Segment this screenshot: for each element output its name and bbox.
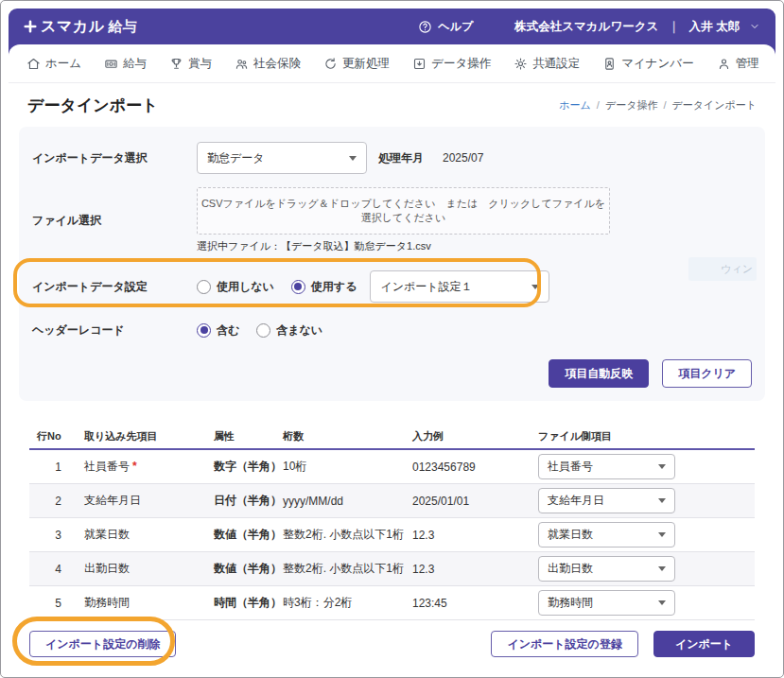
header-record-label: ヘッダーレコード — [32, 322, 197, 339]
radio-option-use[interactable]: 使用する — [291, 279, 357, 295]
app-header: スマカル 給与 ヘルプ 株式会社スマカルワークス ｜ 入井 太郎 — [9, 9, 775, 83]
import-setting-row: インポートデータ設定 使用しない 使用する インポート設定１ — [32, 270, 752, 303]
nav-item-social-insurance[interactable]: 社会保険 — [235, 56, 301, 72]
nav-item-home[interactable]: ホーム — [26, 56, 81, 72]
chevron-down-icon[interactable] — [749, 21, 760, 32]
social-insurance-icon — [235, 57, 249, 71]
target-item: 支給年月日 — [61, 493, 214, 509]
import-setting-select-value: インポート設定１ — [380, 279, 472, 295]
logo-brand-text: スマカル — [41, 17, 105, 37]
radio-option-exclude[interactable]: 含まない — [256, 322, 322, 339]
file-item-select[interactable]: 就業日数 — [538, 522, 675, 548]
csv-dropzone[interactable]: CSVファイルをドラッグ＆ドロップしてください または クリックしてファイルを選… — [197, 187, 610, 235]
header-divider: ｜ — [668, 19, 679, 35]
attribute: 数値（半角） — [214, 561, 283, 577]
digits: 時3桁：分2桁 — [283, 595, 412, 611]
chevron-down-icon — [658, 566, 666, 571]
example: 0123456789 — [412, 461, 538, 474]
radio-option-not-use[interactable]: 使用しない — [197, 279, 274, 295]
import-select-label: インポートデータ選択 — [32, 150, 197, 166]
row-no: 5 — [37, 597, 61, 610]
nav-label: 給与 — [123, 56, 147, 72]
nav-item-update[interactable]: 更新処理 — [323, 56, 390, 72]
nav-item-mynumber[interactable]: マイナンバー — [602, 56, 693, 72]
help-icon — [418, 20, 432, 34]
target-item: 社員番号* — [61, 459, 214, 475]
row-no: 2 — [37, 495, 61, 508]
selected-file-text: 選択中ファイル：【データ取込】勤怠データ1.csv — [197, 239, 610, 253]
delete-import-setting-button[interactable]: インポート設定の削除 — [29, 631, 176, 657]
nav-item-bonus[interactable]: 賞与 — [169, 56, 212, 72]
mynumber-card-icon — [602, 57, 617, 71]
example: 12.3 — [412, 563, 538, 576]
radio-icon-selected[interactable] — [291, 280, 305, 294]
nav-item-admin[interactable]: 管理 — [717, 56, 759, 72]
file-select-label: ファイル選択 — [32, 213, 197, 229]
col-header-example: 入力例 — [412, 429, 538, 443]
breadcrumb-section-link[interactable]: データ操作 — [605, 98, 658, 113]
radio-label: 含まない — [276, 322, 322, 339]
nav-label: 管理 — [736, 56, 759, 72]
chevron-down-icon — [658, 498, 666, 503]
chevron-down-icon — [658, 532, 666, 537]
attribute: 数値（半角） — [214, 527, 283, 543]
target-item: 出勤日数 — [61, 561, 214, 577]
clear-items-button[interactable]: 項目クリア — [662, 359, 752, 388]
logo-product-text: 給与 — [109, 18, 137, 36]
nav-label: データ操作 — [431, 56, 491, 72]
register-import-setting-button[interactable]: インポート設定の登録 — [491, 631, 637, 657]
main-nav: ホーム 給与 賞与 社会保険 更新処理 データ操作 — [9, 44, 775, 83]
file-item-select[interactable]: 勤務時間 — [538, 590, 675, 616]
import-setting-select[interactable]: インポート設定１ — [370, 270, 549, 303]
bonus-icon — [169, 57, 183, 71]
radio-icon-selected[interactable] — [197, 323, 211, 338]
footer-actions: インポート設定の削除 インポート設定の登録 インポート — [29, 628, 755, 660]
help-label: ヘルプ — [438, 19, 473, 35]
digits: yyyy/MM/dd — [283, 495, 412, 508]
processing-month-value: 2025/07 — [443, 151, 483, 165]
example: 2025/01/01 — [412, 495, 538, 508]
nav-label: マイナンバー — [621, 56, 693, 72]
user-name[interactable]: 入井 太郎 — [689, 19, 740, 35]
admin-person-icon — [717, 57, 731, 71]
auto-reflect-button[interactable]: 項目自動反映 — [549, 359, 649, 388]
nav-label: ホーム — [45, 56, 81, 72]
digits: 整数2桁. 小数点以下1桁 — [283, 527, 412, 543]
radio-icon-unselected[interactable] — [197, 280, 211, 294]
digits: 整数2桁. 小数点以下1桁 — [283, 561, 412, 577]
file-item-select[interactable]: 社員番号 — [538, 454, 675, 479]
nav-item-data-operation[interactable]: データ操作 — [412, 56, 491, 72]
page-title: データインポート — [27, 95, 158, 116]
breadcrumb-home-link[interactable]: ホーム — [559, 98, 591, 113]
nav-item-settings[interactable]: 共通設定 — [514, 56, 580, 72]
file-item-select[interactable]: 支給年月日 — [538, 488, 675, 513]
import-button[interactable]: インポート — [653, 631, 755, 657]
col-header-digits: 桁数 — [283, 429, 412, 443]
logo-plus-icon — [24, 20, 37, 33]
app-window: スマカル 給与 ヘルプ 株式会社スマカルワークス ｜ 入井 太郎 — [0, 0, 784, 678]
topbar: スマカル 給与 ヘルプ 株式会社スマカルワークス ｜ 入井 太郎 — [9, 9, 775, 44]
app-logo: スマカル 給与 — [24, 17, 137, 37]
radio-label: 使用しない — [217, 279, 274, 295]
header-record-row: ヘッダーレコード 含む 含まない — [32, 322, 752, 339]
table-row: 3 就業日数 数値（半角） 整数2桁. 小数点以下1桁 12.3 就業日数 — [29, 518, 755, 552]
radio-icon-unselected[interactable] — [256, 323, 270, 338]
col-header-target-item: 取り込み先項目 — [61, 429, 214, 443]
col-header-attribute: 属性 — [214, 429, 283, 443]
import-data-select[interactable]: 勤怠データ — [197, 142, 367, 174]
processing-month-label: 処理年月 — [378, 150, 424, 166]
refresh-icon — [323, 57, 338, 71]
nav-item-payroll[interactable]: 給与 — [104, 56, 147, 72]
chevron-down-icon — [349, 156, 357, 161]
payroll-icon — [104, 57, 118, 71]
import-setting-label: インポートデータ設定 — [32, 279, 197, 295]
import-form-card: インポートデータ選択 勤怠データ 処理年月 2025/07 ファイル選択 CSV… — [19, 127, 765, 401]
radio-option-include[interactable]: 含む — [197, 322, 239, 339]
digits: 10桁 — [283, 459, 412, 475]
nav-label: 共通設定 — [532, 56, 580, 72]
help-button[interactable]: ヘルプ — [418, 19, 473, 35]
breadcrumb-current: データインポート — [671, 98, 757, 113]
required-asterisk: * — [132, 460, 137, 473]
mapping-table: 行No 取り込み先項目 属性 桁数 入力例 ファイル側項目 1 社員番号* 数字… — [29, 424, 755, 620]
file-item-select[interactable]: 出勤日数 — [538, 556, 675, 582]
